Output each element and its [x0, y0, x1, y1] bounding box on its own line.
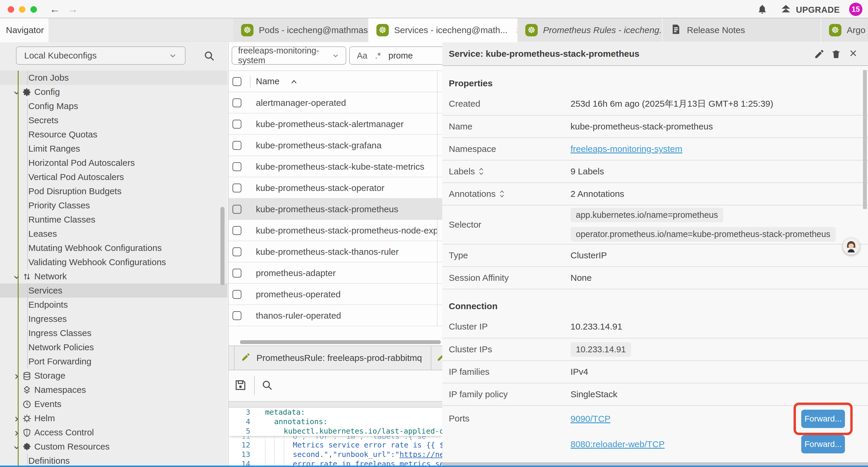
- close-window-button[interactable]: [8, 6, 14, 13]
- table-row[interactable]: kube-prometheus-stack-prometheus: [229, 199, 442, 220]
- sidebar-item-network-policies[interactable]: Network Policies: [0, 340, 227, 354]
- notification-count-badge[interactable]: 15: [849, 3, 862, 16]
- sidebar-item-horizontal-pod-autoscalers[interactable]: Horizontal Pod Autoscalers: [0, 156, 227, 170]
- row-checkbox[interactable]: [232, 269, 241, 278]
- delete-trash-icon[interactable]: [831, 49, 841, 61]
- match-case-toggle[interactable]: Aa: [357, 51, 367, 61]
- port-link[interactable]: 8080:reloader-web/TCP: [570, 439, 665, 449]
- sidebar-item-storage[interactable]: Storage: [0, 369, 227, 383]
- sidebar-item-ingress-classes[interactable]: Ingress Classes: [0, 326, 227, 340]
- editor-tab-partial[interactable]: [432, 346, 442, 370]
- sidebar-item-custom-resources[interactable]: Custom Resources: [0, 439, 227, 454]
- chevron-right-icon[interactable]: [12, 429, 21, 437]
- row-checkbox[interactable]: [232, 183, 241, 193]
- sidebar-item-events[interactable]: Events: [0, 397, 227, 411]
- row-checkbox[interactable]: [232, 226, 241, 235]
- sidebar-item-pod-disruption-budgets[interactable]: Pod Disruption Budgets: [0, 184, 227, 198]
- detail-scrollbar[interactable]: [863, 70, 867, 209]
- edit-pencil-icon[interactable]: [814, 49, 825, 61]
- tab-release-notes[interactable]: Release Notes: [663, 18, 821, 42]
- row-checkbox[interactable]: [232, 205, 241, 214]
- table-row[interactable]: prometheus-operated: [229, 284, 442, 305]
- sidebar-item-namespaces[interactable]: Namespaces: [0, 383, 227, 397]
- sidebar-item-mutating-webhook-configurations[interactable]: Mutating Webhook Configurations: [0, 241, 227, 255]
- table-row[interactable]: kube-prometheus-stack-kube-state-metrics: [229, 156, 442, 177]
- minimize-window-button[interactable]: [19, 6, 25, 13]
- table-row[interactable]: thanos-ruler-operated: [229, 305, 442, 326]
- editor-tab-title: PrometheusRule: freeleaps-prod-rabbitmq: [256, 353, 422, 363]
- name-column-header[interactable]: Name: [256, 76, 279, 86]
- table-row[interactable]: alertmanager-operated: [229, 92, 442, 114]
- row-checkbox[interactable]: [232, 120, 241, 128]
- sidebar-item-limit-ranges[interactable]: Limit Ranges: [0, 142, 227, 156]
- property-value: 253d 16h 6m ago (2025年1月13日 GMT+8 1:25:3…: [570, 98, 841, 110]
- sidebar-item-priority-classes[interactable]: Priority Classes: [0, 198, 227, 212]
- sidebar-item-helm[interactable]: Helm: [0, 411, 227, 425]
- port-forward-button[interactable]: Forward...: [801, 435, 845, 454]
- editor-search-icon[interactable]: [261, 379, 273, 392]
- row-checkbox[interactable]: [232, 141, 241, 150]
- row-checkbox[interactable]: [232, 162, 241, 171]
- table-row[interactable]: kube-prometheus-stack-prometheus-node-ex…: [229, 220, 442, 241]
- chevron-down-icon[interactable]: [12, 443, 21, 451]
- row-checkbox[interactable]: [232, 311, 241, 320]
- tab-services-icecheng-math-[interactable]: ☸Services - icecheng@math...×: [369, 18, 518, 42]
- sidebar-item-config[interactable]: Config: [0, 85, 227, 99]
- table-row[interactable]: kube-prometheus-stack-alertmanager: [229, 114, 442, 135]
- resource-search-input[interactable]: Aa .* prome: [349, 47, 442, 65]
- close-icon[interactable]: ×: [849, 46, 857, 61]
- code-link[interactable]: https://net: [399, 450, 442, 459]
- sidebar-item-resource-quotas[interactable]: Resource Quotas: [0, 127, 227, 142]
- sidebar-item-network[interactable]: Network: [0, 269, 227, 284]
- sidebar-item-secrets[interactable]: Secrets: [0, 113, 227, 127]
- table-row[interactable]: kube-prometheus-stack-operator: [229, 177, 442, 199]
- chevron-right-icon[interactable]: [12, 415, 21, 423]
- zoom-window-button[interactable]: [30, 6, 37, 13]
- select-all-checkbox[interactable]: [232, 77, 241, 86]
- yaml-editor[interactable]: 3metadata:4annotations:5kubectl.kubernet…: [229, 408, 442, 467]
- kubeconfig-select[interactable]: Local Kubeconfigs: [16, 47, 186, 65]
- sidebar-scrollbar[interactable]: [220, 207, 224, 285]
- port-link[interactable]: 9090/TCP: [570, 414, 610, 424]
- sidebar-item-access-control[interactable]: Access Control: [0, 425, 227, 439]
- forward-button[interactable]: →: [67, 2, 78, 17]
- table-row[interactable]: kube-prometheus-stack-grafana: [229, 135, 442, 156]
- sidebar-item-ingresses[interactable]: Ingresses: [0, 312, 227, 326]
- table-row[interactable]: kube-prometheus-stack-thanos-ruler: [229, 241, 442, 262]
- notifications-bell-icon[interactable]: [757, 4, 768, 16]
- sidebar-item-leases[interactable]: Leases: [0, 227, 227, 241]
- tab-argo-se[interactable]: ☸Argo Se: [821, 18, 868, 42]
- editor-tab-prometheusrule[interactable]: PrometheusRule: freeleaps-prod-rabbitmq: [234, 346, 431, 370]
- row-checkbox[interactable]: [232, 290, 241, 299]
- sort-ascending-icon[interactable]: [290, 79, 298, 86]
- sidebar-item-cron-jobs[interactable]: Cron Jobs: [0, 71, 227, 85]
- sidebar-search-icon[interactable]: [203, 50, 215, 63]
- back-button[interactable]: ←: [50, 2, 60, 17]
- tab-pods-icecheng-mathmas-[interactable]: ☸Pods - icecheng@mathmas...: [234, 18, 369, 42]
- regex-toggle[interactable]: .*: [375, 51, 380, 61]
- sort-toggle-icon[interactable]: [499, 190, 505, 198]
- sidebar-item-services[interactable]: Services: [0, 284, 227, 298]
- namespace-link[interactable]: freeleaps-monitoring-system: [570, 144, 682, 154]
- row-checkbox[interactable]: [232, 247, 241, 256]
- table-horizontal-scrollbar[interactable]: [240, 340, 441, 344]
- save-icon[interactable]: [234, 379, 247, 393]
- sidebar-item-endpoints[interactable]: Endpoints: [0, 298, 227, 312]
- sidebar-item-vertical-pod-autoscalers[interactable]: Vertical Pod Autoscalers: [0, 170, 227, 184]
- upgrade-button[interactable]: UPGRADE: [780, 4, 840, 16]
- chevron-down-icon[interactable]: [12, 89, 21, 97]
- sort-toggle-icon[interactable]: [478, 167, 484, 176]
- chevron-right-icon[interactable]: [12, 372, 21, 381]
- namespace-select[interactable]: freeleaps-monitoring-system: [231, 47, 346, 65]
- sidebar-item-runtime-classes[interactable]: Runtime Classes: [0, 212, 227, 227]
- table-row[interactable]: prometheus-adapter: [229, 262, 442, 284]
- user-avatar[interactable]: [843, 238, 860, 255]
- sidebar-item-port-forwarding[interactable]: Port Forwarding: [0, 354, 227, 369]
- sidebar-item-definitions[interactable]: Definitions: [0, 454, 227, 467]
- chevron-down-icon[interactable]: [12, 273, 21, 282]
- tab-prometheus-rules-icecheng-[interactable]: ☸Prometheus Rules - icecheng...: [518, 18, 663, 42]
- navigator-panel-tab[interactable]: Navigator: [0, 18, 49, 42]
- row-checkbox[interactable]: [232, 98, 241, 107]
- sidebar-item-config-maps[interactable]: Config Maps: [0, 99, 227, 113]
- sidebar-item-validating-webhook-configurations[interactable]: Validating Webhook Configurations: [0, 255, 227, 269]
